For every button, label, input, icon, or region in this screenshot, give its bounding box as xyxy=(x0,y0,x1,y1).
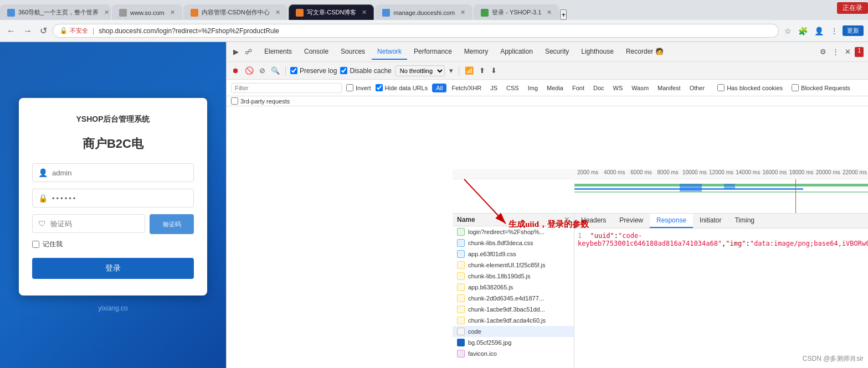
profile-button[interactable]: 👤 xyxy=(812,25,826,37)
file-item-3[interactable]: chunk-elementUI.1f25c85f.js xyxy=(453,260,574,271)
filter-type-img[interactable]: Img xyxy=(524,84,542,92)
filter-type-all[interactable]: All xyxy=(432,84,446,92)
throttle-dropdown[interactable]: ▾ xyxy=(448,65,454,76)
clear-button[interactable]: 🚫 xyxy=(244,65,255,76)
tab-elements[interactable]: Elements xyxy=(259,44,297,60)
filter-type-manifest[interactable]: Manifest xyxy=(654,84,685,92)
tab-sources[interactable]: Sources xyxy=(335,44,371,60)
download-icon[interactable]: ⬇ xyxy=(490,65,498,76)
hide-data-urls-checkbox[interactable]: Hide data URLs xyxy=(376,84,428,91)
file-item-5[interactable]: app.b6382065.js xyxy=(453,282,574,293)
captcha-image[interactable]: 验证码 xyxy=(150,214,194,234)
tab-recorder[interactable]: Recorder 🧑 xyxy=(620,44,669,60)
tab-5[interactable]: manage.duoceshi.com ✕ xyxy=(375,4,472,20)
upload-icon[interactable]: ⬆ xyxy=(478,65,486,76)
filter-button[interactable]: ⊘ xyxy=(258,65,266,76)
search-button[interactable]: 🔍 xyxy=(270,65,281,76)
tab-application[interactable]: Application xyxy=(495,44,538,60)
invert-input[interactable] xyxy=(346,84,353,91)
filter-type-ws[interactable]: WS xyxy=(609,84,627,92)
filter-type-media[interactable]: Media xyxy=(543,84,567,92)
device-icon[interactable]: ☍ xyxy=(243,47,253,57)
tab-6-close[interactable]: ✕ xyxy=(547,9,552,16)
filter-type-wasm[interactable]: Wasm xyxy=(628,84,653,92)
preserve-log-input[interactable] xyxy=(290,67,297,74)
throttle-select[interactable]: No throttling xyxy=(395,65,445,76)
tab-6[interactable]: 登录 - YSHOP-3.1 ✕ xyxy=(474,4,559,20)
tab-3[interactable]: 内容管理-CSDN创作中心 ✕ xyxy=(183,4,287,20)
hide-data-urls-input[interactable] xyxy=(376,84,383,91)
blocked-requests-checkbox[interactable]: Blocked Requests xyxy=(792,84,850,91)
update-button[interactable]: 更新 xyxy=(843,25,864,36)
tab-3-close[interactable]: ✕ xyxy=(275,9,280,16)
new-tab-button[interactable]: + xyxy=(560,9,567,20)
invert-checkbox[interactable]: Invert xyxy=(346,84,371,91)
filter-type-doc[interactable]: Doc xyxy=(589,84,608,92)
tab-4-close[interactable]: ✕ xyxy=(362,9,367,16)
close-panel-icon[interactable]: ✕ xyxy=(564,216,569,224)
menu-button[interactable]: ⋮ xyxy=(828,25,840,37)
filter-type-js[interactable]: JS xyxy=(486,84,501,92)
reload-button[interactable]: ↺ xyxy=(38,24,49,37)
preserve-log-checkbox[interactable]: Preserve log xyxy=(290,67,337,75)
response-tab-response[interactable]: Response xyxy=(650,214,693,228)
tab-performance[interactable]: Performance xyxy=(408,44,458,60)
tab-5-close[interactable]: ✕ xyxy=(460,9,465,16)
username-input[interactable] xyxy=(52,169,188,177)
filter-type-css[interactable]: CSS xyxy=(502,84,523,92)
login-button[interactable]: 登录 xyxy=(32,258,194,279)
blocked-requests-input[interactable] xyxy=(792,84,799,91)
file-item-2[interactable]: app.e63f01d9.css xyxy=(453,248,574,260)
tab-console[interactable]: Console xyxy=(299,44,334,60)
filter-type-other[interactable]: Other xyxy=(686,84,709,92)
filter-input[interactable] xyxy=(231,83,342,93)
file-item-10[interactable]: bg.05cf2596.jpg xyxy=(453,337,574,348)
remember-checkbox[interactable] xyxy=(32,241,39,248)
record-button[interactable]: ⏺ xyxy=(231,65,240,76)
tab-security[interactable]: Security xyxy=(540,44,574,60)
tab-memory[interactable]: Memory xyxy=(459,44,494,60)
inspect-icon[interactable]: ▶ xyxy=(231,47,241,57)
devtools-settings-icon[interactable]: ⚙ xyxy=(818,47,828,57)
tab-bar: 360导航_一个主页，整个世界 ✕ www.so.com ✕ 内容管理-CSDN… xyxy=(0,0,868,20)
disable-cache-input[interactable] xyxy=(340,67,347,74)
recording-button[interactable]: 正在录 xyxy=(837,2,868,14)
bookmark-button[interactable]: ☆ xyxy=(782,25,794,37)
file-item-8[interactable]: chunk-1acbe9df.acda4c60.js xyxy=(453,315,574,326)
response-tab-headers[interactable]: Headers xyxy=(574,214,613,228)
response-tab-initiator[interactable]: Initiator xyxy=(693,214,728,228)
third-party-input[interactable] xyxy=(231,97,238,105)
disable-cache-checkbox[interactable]: Disable cache xyxy=(340,67,391,75)
response-tab-timing[interactable]: Timing xyxy=(728,214,761,228)
devtools-close-icon[interactable]: ✕ xyxy=(843,47,852,57)
filter-type-font[interactable]: Font xyxy=(568,84,588,92)
file-item-4[interactable]: chunk-libs.18b190d5.js xyxy=(453,271,574,282)
has-blocked-checkbox[interactable]: Has blocked cookies xyxy=(717,84,783,91)
file-item-7[interactable]: chunk-1acbe9df.3bac51dd... xyxy=(453,304,574,315)
has-blocked-input[interactable] xyxy=(717,84,725,91)
captcha-input[interactable] xyxy=(50,220,139,228)
third-party-checkbox[interactable]: 3rd-party requests xyxy=(231,97,290,105)
password-input[interactable] xyxy=(52,194,188,203)
tab-1-close[interactable]: ✕ xyxy=(104,9,109,16)
file-item-11[interactable]: favicon.ico xyxy=(453,348,574,359)
file-item-6[interactable]: chunk-2d0d6345.e4d1877... xyxy=(453,293,574,304)
back-button[interactable]: ← xyxy=(4,25,18,37)
file-item-1[interactable]: chunk-libs.8df3deca.css xyxy=(453,237,574,248)
address-bar[interactable]: 🔓 不安全 | shop.duoceshi.com/login?redirect… xyxy=(53,24,779,38)
colon-1: : xyxy=(614,232,618,240)
tab-1[interactable]: 360导航_一个主页，整个世界 ✕ xyxy=(0,4,111,20)
response-tab-preview[interactable]: Preview xyxy=(613,214,650,228)
extension-button[interactable]: 🧩 xyxy=(796,25,810,37)
wifi-icon[interactable]: 📶 xyxy=(464,65,475,76)
forward-button[interactable]: → xyxy=(21,25,34,37)
tab-4[interactable]: 写文章-CSDN博客 ✕ xyxy=(289,4,374,20)
filter-type-fetch[interactable]: Fetch/XHR xyxy=(448,84,485,92)
file-item-9[interactable]: code xyxy=(453,326,574,337)
tab-lighthouse[interactable]: Lighthouse xyxy=(576,44,619,60)
tab-2-close[interactable]: ✕ xyxy=(170,9,175,16)
file-item-0[interactable]: login?redirect=%2Fshop%... xyxy=(453,226,574,237)
devtools-more-icon[interactable]: ⋮ xyxy=(830,47,840,57)
tab-network[interactable]: Network xyxy=(372,44,407,60)
tab-2[interactable]: www.so.com ✕ xyxy=(112,4,182,20)
